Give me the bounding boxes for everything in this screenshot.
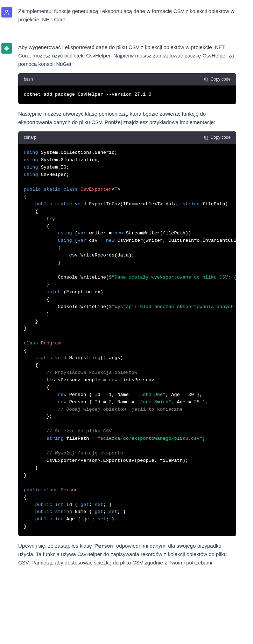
user-text: Zaimplementuj funkcję generującą i ekspo… bbox=[18, 7, 236, 24]
svg-point-0 bbox=[6, 10, 8, 12]
copy-code-button[interactable]: Copy code bbox=[204, 134, 231, 141]
openai-icon bbox=[3, 45, 10, 52]
assistant-content: Aby wygenerować i eksportować dane do pl… bbox=[18, 43, 236, 572]
code-header: csharp Copy code bbox=[18, 131, 236, 144]
assistant-intro: Aby wygenerować i eksportować dane do pl… bbox=[18, 43, 236, 68]
assistant-message: Aby wygenerować i eksportować dane do pl… bbox=[0, 36, 253, 579]
svg-rect-1 bbox=[205, 78, 208, 81]
inline-code-person: Person bbox=[95, 543, 113, 549]
code-lang-label: bash bbox=[24, 76, 33, 83]
user-content: Zaimplementuj funkcję generującą i ekspo… bbox=[18, 7, 236, 29]
code-lang-label: csharp bbox=[24, 134, 36, 141]
assistant-mid: Następnie możesz utworzyć klasę pomocnic… bbox=[18, 110, 236, 126]
person-icon bbox=[3, 9, 10, 15]
code-block-bash: bash Copy code dotnet add package CsvHel… bbox=[18, 73, 236, 104]
code-body-csharp[interactable]: using System.Collections.Generic; using … bbox=[18, 144, 236, 536]
copy-label: Copy code bbox=[211, 76, 231, 83]
user-avatar bbox=[1, 7, 12, 18]
svg-rect-2 bbox=[205, 136, 208, 139]
clipboard-icon bbox=[204, 135, 209, 140]
copy-code-button[interactable]: Copy code bbox=[204, 76, 231, 83]
assistant-outro: Upewnij się, że zastąpiłeś klasę `Person… bbox=[18, 542, 236, 567]
assistant-avatar bbox=[1, 43, 12, 54]
code-header: bash Copy code bbox=[18, 73, 236, 85]
code-block-csharp: csharp Copy code using System.Collection… bbox=[18, 131, 236, 536]
clipboard-icon bbox=[204, 77, 209, 82]
code-body-bash[interactable]: dotnet add package CsvHelper --version 2… bbox=[18, 85, 236, 104]
user-message: Zaimplementuj funkcję generującą i ekspo… bbox=[0, 0, 253, 36]
copy-label: Copy code bbox=[211, 134, 231, 141]
